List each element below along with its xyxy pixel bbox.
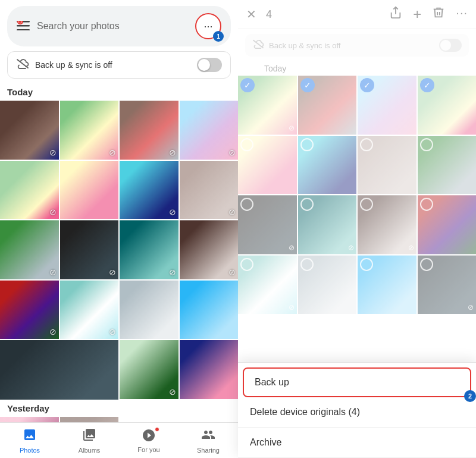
sync-off-icon: ⊘ (228, 207, 236, 217)
photo-cell[interactable]: ⊘ (60, 281, 119, 339)
backup-sync-label: Back up & sync is off (35, 60, 197, 70)
delete-icon[interactable] (432, 6, 445, 23)
sync-off-icon: ⊘ (169, 207, 176, 217)
right-cloud-off-icon (252, 39, 264, 52)
right-photo-cell[interactable]: ⊘ (238, 195, 297, 254)
photo-grid-yesterday (0, 417, 238, 423)
photo-cell[interactable]: ⊘ (60, 101, 119, 160)
close-button[interactable]: ✕ (246, 7, 256, 21)
right-backup-label: Back up & sync is off (269, 41, 439, 50)
yesterday-label: Yesterday (0, 401, 238, 417)
right-photo-cell[interactable] (358, 136, 416, 195)
photo-cell[interactable]: ⊘ (120, 161, 178, 220)
select-circle (360, 198, 373, 211)
photo-scroll-area[interactable]: Today ⊘ ⊘ ⊘ ⊘ ⊘ ⊘ ⊘ ⊘ ⊘ ⊘ ⊘ ⊘ ⊘ ⊘ Yester… (0, 85, 238, 422)
right-photo-cell[interactable]: ⊘ (238, 256, 297, 314)
share-icon[interactable] (389, 6, 402, 23)
select-circle (360, 258, 373, 271)
albums-nav-icon (82, 428, 96, 445)
backup-sync-bar: Back up & sync is off (7, 51, 231, 79)
photo-cell[interactable]: ⊘ (180, 101, 239, 160)
more-icon[interactable]: ··· (456, 6, 468, 23)
albums-nav-label: Albums (79, 447, 101, 454)
right-photo-cell[interactable] (298, 256, 357, 314)
photo-cell[interactable]: ⊘ (60, 220, 119, 279)
photo-grid-today: ⊘ ⊘ ⊘ ⊘ ⊘ ⊘ ⊘ ⊘ ⊘ ⊘ ⊘ ⊘ ⊘ ⊘ (0, 101, 238, 401)
sync-off-icon: ⊘ (228, 148, 236, 157)
right-backup-bar: Back up & sync is off (245, 34, 469, 57)
sync-off-icon: ⊘ (49, 327, 57, 337)
more-options-button[interactable]: ··· 1 (195, 13, 221, 39)
cloud-off-icon (16, 58, 29, 72)
backup-menu-item[interactable]: Back up 2 (243, 367, 471, 397)
right-photo-cell[interactable]: ✓ ⊘ (238, 76, 297, 135)
right-photo-cell[interactable] (418, 195, 477, 254)
nav-for-you[interactable]: For you (119, 423, 178, 458)
photo-cell[interactable]: ⊘ (180, 161, 239, 220)
dropdown-badge: 2 (464, 390, 476, 402)
photo-cell[interactable]: ⊘ (0, 101, 59, 160)
today-label: Today (0, 85, 238, 101)
search-input-label[interactable]: Search your photos (37, 21, 195, 32)
sync-off-icon: ⊘ (169, 387, 176, 397)
photo-cell[interactable] (0, 340, 118, 400)
right-photo-cell[interactable] (298, 136, 357, 195)
delete-originals-menu-item[interactable]: Delete device originals (4) (238, 397, 476, 428)
photo-cell[interactable]: ⊘ (120, 101, 178, 160)
sync-off-icon: ⊘ (169, 148, 176, 157)
select-circle (420, 198, 433, 211)
photo-cell[interactable] (60, 417, 119, 423)
select-circle (240, 138, 253, 151)
photo-cell[interactable] (60, 161, 119, 220)
select-check: ✓ (240, 78, 255, 92)
nav-albums[interactable]: Albums (60, 423, 119, 458)
right-backup-toggle[interactable] (439, 39, 462, 52)
photo-cell[interactable] (180, 340, 239, 399)
sync-off-icon: ⊘ (468, 303, 474, 311)
sync-off-icon: ⊘ (109, 327, 116, 337)
photo-cell[interactable]: ⊘ (120, 340, 178, 399)
right-photo-cell[interactable]: ✓ (418, 76, 477, 135)
right-today-label: Today (238, 61, 476, 76)
left-panel: Search your photos ··· 1 Back up & sync … (0, 0, 238, 458)
right-photo-cell[interactable] (418, 136, 477, 195)
sync-off-icon: ⊘ (109, 267, 116, 277)
selected-count: 4 (266, 8, 389, 21)
photo-cell[interactable]: ⊘ (0, 281, 59, 339)
backup-sync-toggle[interactable] (197, 58, 222, 72)
sync-off-icon: ⊘ (49, 148, 57, 157)
archive-menu-item[interactable]: Archive (238, 428, 476, 458)
sync-off-icon: ⊘ (109, 148, 116, 157)
right-photo-cell[interactable]: ⊘ (418, 256, 477, 314)
select-circle (300, 138, 314, 151)
delete-originals-label: Delete device originals (4) (250, 407, 360, 417)
sync-off-icon: ⊘ (49, 207, 57, 217)
sync-off-icon: ⊘ (289, 244, 295, 252)
right-photo-cell[interactable] (238, 136, 297, 195)
photo-cell[interactable]: ⊘ (0, 220, 59, 279)
right-photo-cell[interactable]: ✓ (358, 76, 416, 135)
photos-nav-label: Photos (20, 447, 40, 454)
add-icon[interactable]: + (413, 6, 421, 23)
dropdown-menu: Back up 2 Delete device originals (4) Ar… (238, 362, 476, 458)
photo-cell[interactable] (0, 417, 59, 423)
right-photo-cell[interactable]: ✓ (298, 76, 357, 135)
backup-label: Back up (255, 377, 289, 387)
more-dots-icon: ··· (203, 20, 212, 33)
select-circle (240, 258, 253, 271)
right-photo-cell[interactable] (358, 256, 416, 314)
nav-sharing[interactable]: Sharing (178, 423, 238, 458)
select-check: ✓ (420, 78, 434, 92)
photo-cell[interactable]: ⊘ (0, 161, 59, 220)
action-icons: + ··· (389, 6, 468, 23)
photo-cell[interactable] (180, 281, 239, 339)
right-photo-grid: ✓ ⊘ ✓ ✓ ✓ ⊘ ⊘ (238, 76, 476, 315)
select-circle (300, 258, 314, 271)
menu-icon (17, 20, 30, 33)
right-photo-cell[interactable]: ⊘ (358, 195, 416, 254)
photo-cell[interactable]: ⊘ (180, 220, 239, 279)
photo-cell[interactable]: ⊘ (120, 220, 178, 279)
right-photo-cell[interactable]: ⊘ (298, 195, 357, 254)
photo-cell[interactable] (120, 281, 178, 339)
nav-photos[interactable]: Photos (0, 423, 60, 458)
